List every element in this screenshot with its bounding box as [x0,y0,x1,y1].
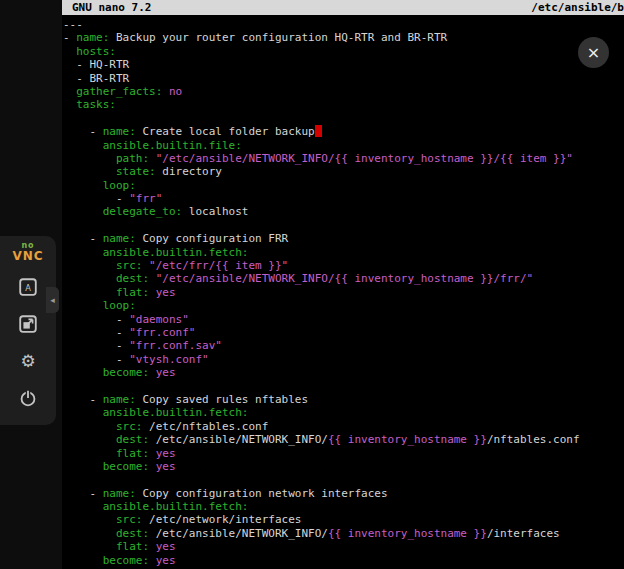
editor-line[interactable]: - "frr" [63,192,624,205]
file-path-label: /etc/ansible/b [531,1,624,14]
editor-line[interactable]: loop: [63,299,624,312]
editor-line[interactable]: hosts: [63,45,624,58]
text-cursor [315,125,322,137]
editor-line[interactable]: - name: Copy saved rules nftables [63,393,624,406]
editor-line[interactable]: gather_facts: no [63,85,624,98]
editor-line[interactable]: dest: /etc/ansible/NETWORK_INFO/{{ inven… [63,527,624,540]
editor-line[interactable]: - "frr.conf.sav" [63,339,624,352]
editor-line[interactable]: become: yes [63,366,624,379]
clipboard-icon: A [17,276,39,298]
editor-line[interactable]: - HQ-RTR [63,58,624,71]
editor-line[interactable]: dest: "/etc/ansible/NETWORK_INFO/{{ inve… [63,272,624,285]
editor-line[interactable]: ansible.builtin.fetch: [63,246,624,259]
editor-line[interactable]: src: /etc/network/interfaces [63,513,624,526]
editor-line[interactable]: - name: Copy configuration FRR [63,232,624,245]
editor-line[interactable]: flat: yes [63,540,624,553]
editor-line[interactable]: tasks: [63,98,624,111]
editor-line[interactable]: flat: yes [63,286,624,299]
editor-line[interactable]: - "daemons" [63,313,624,326]
editor-line[interactable]: path: "/etc/ansible/NETWORK_INFO/{{ inve… [63,152,624,165]
editor-line[interactable]: state: directory [63,165,624,178]
novnc-logo: no VNC [12,242,43,262]
control-bar-handle[interactable]: ◂ [46,287,59,313]
power-button[interactable] [13,383,43,413]
editor-line[interactable]: - BR-RTR [63,72,624,85]
editor-line[interactable]: flat: yes [63,447,624,460]
editor-line[interactable]: ansible.builtin.fetch: [63,500,624,513]
editor-line[interactable]: - "frr.conf" [63,326,624,339]
power-icon [17,387,39,409]
settings-gear-icon: ⚙ [20,353,35,370]
editor-line[interactable]: become: yes [63,460,624,473]
editor-line[interactable]: src: "/etc/frr/{{ item }}" [63,259,624,272]
close-icon: × [587,43,600,62]
fullscreen-button[interactable] [13,309,43,339]
editor-line[interactable]: --- [63,18,624,31]
terminal-window: GNU nano 7.2 /etc/ansible/b ---- name: B… [62,0,624,569]
editor-line[interactable]: - name: Copy configuration network inter… [63,487,624,500]
nano-version-label: GNU nano 7.2 [72,1,151,14]
nano-titlebar: GNU nano 7.2 /etc/ansible/b [62,0,624,15]
clipboard-button[interactable]: A [13,272,43,302]
editor-line[interactable] [63,112,624,125]
editor-line[interactable]: loop: [63,179,624,192]
editor-line[interactable]: ansible.builtin.fetch: [63,406,624,419]
editor-line[interactable]: - "vtysh.conf" [63,353,624,366]
editor-line[interactable]: dest: /etc/ansible/NETWORK_INFO/{{ inven… [63,433,624,446]
fullscreen-icon [17,313,39,335]
novnc-logo-text: VNC [12,250,43,262]
editor-line[interactable] [63,380,624,393]
editor-line[interactable]: - name: Backup your router configuration… [63,31,624,44]
editor-line[interactable]: - name: Create local folder backup [63,125,624,138]
editor-line[interactable]: ansible.builtin.file: [63,139,624,152]
settings-button[interactable]: ⚙ [13,346,43,376]
svg-text:A: A [25,283,31,293]
editor-content[interactable]: ---- name: Backup your router configurat… [62,15,624,567]
editor-line[interactable] [63,473,624,486]
close-button[interactable]: × [578,37,609,68]
vnc-control-panel: no VNC A ⚙ [0,236,56,425]
chevron-left-icon: ◂ [50,295,55,305]
vnc-control-bar: no VNC A ⚙ [0,0,62,569]
editor-line[interactable] [63,219,624,232]
editor-line[interactable]: become: yes [63,554,624,567]
editor-line[interactable]: delegate_to: localhost [63,205,624,218]
editor-line[interactable]: src: /etc/nftables.conf [63,420,624,433]
